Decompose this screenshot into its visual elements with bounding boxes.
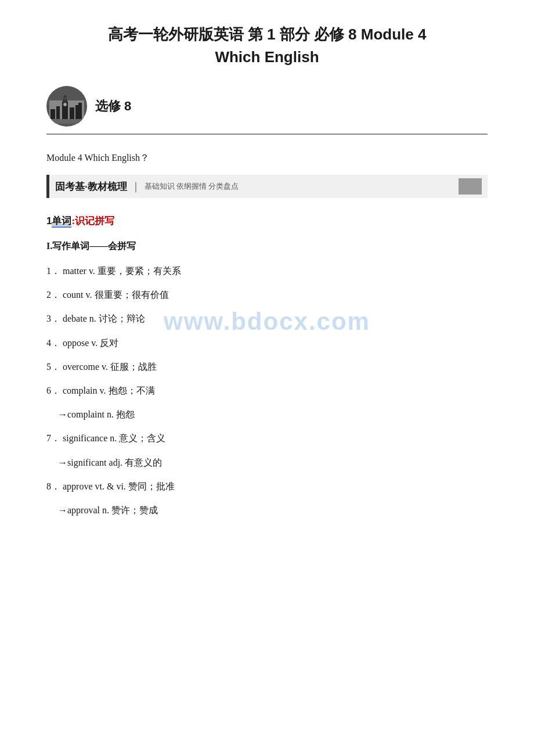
- vocab-meaning: 意义；含义: [119, 433, 165, 443]
- vocab-item: 5． overcome v. 征服；战胜: [46, 359, 488, 375]
- vocab-meaning: 抱怨；不满: [109, 386, 155, 395]
- vocab-list: 1． matter v. 重要，要紧；有关系2． count v. 很重要；很有…: [46, 263, 488, 518]
- vocab-section-label-rest: :识记拼写: [71, 215, 114, 226]
- vocab-meaning: 讨论；辩论: [99, 314, 145, 323]
- vocab-pos: vt. & vi.: [95, 481, 126, 491]
- page-container: 高考一轮外研版英语 第 1 部分 必修 8 Module 4 Which Eng…: [46, 23, 488, 518]
- vocab-word: debate: [63, 314, 87, 323]
- vocab-item: 4． oppose v. 反对: [46, 335, 488, 351]
- vocab-derivative: →approval n. 赞许；赞成: [58, 502, 488, 518]
- vocab-meaning: 很重要；很有价值: [95, 290, 169, 300]
- section-bar-box: [459, 178, 482, 195]
- header-divider: [46, 134, 488, 135]
- vocab-item: 7． significance n. 意义；含义: [46, 430, 488, 446]
- vocab-item: 6． complain v. 抱怨；不满: [46, 383, 488, 398]
- vocab-word: overcome: [63, 362, 99, 372]
- vocab-meaning: 反对: [100, 338, 118, 348]
- svg-point-8: [63, 103, 67, 106]
- vocab-derivative: →significant adj. 有意义的: [58, 455, 488, 470]
- writing-label: I.写作单词——会拼写: [46, 240, 488, 253]
- vocab-item: 3． debate n. 讨论；辩论: [46, 311, 488, 326]
- vocab-num: 8．: [46, 481, 60, 491]
- book-label: 选修 8: [95, 98, 131, 115]
- vocab-num: 5．: [46, 362, 60, 372]
- vocab-section-heading: 1单词:识记拼写: [46, 214, 488, 228]
- vocab-num: 6．: [46, 386, 60, 395]
- vocab-num: 1．: [46, 266, 60, 276]
- vocab-word: approve: [63, 481, 93, 491]
- vocab-num: 4．: [46, 338, 60, 348]
- vocab-num: 3．: [46, 314, 60, 323]
- module-subtitle: Module 4 Which English？: [46, 152, 488, 164]
- vocab-meaning: 征服；战胜: [110, 362, 157, 372]
- vocab-meaning: 重要，要紧；有关系: [98, 266, 181, 276]
- section-bar-subtitle: 基础知识 依纲握情 分类盘点: [145, 181, 239, 192]
- vocab-section-label-bold: 单词: [52, 215, 71, 228]
- vocab-pos: v.: [91, 338, 98, 348]
- vocab-item: 2． count v. 很重要；很有价值: [46, 287, 488, 303]
- vocab-pos: v.: [86, 290, 92, 300]
- vocab-word: significance: [63, 433, 107, 443]
- vocab-word: count: [63, 290, 84, 300]
- vocab-item: 1． matter v. 重要，要紧；有关系: [46, 263, 488, 279]
- section-bar: 固考基·教材梳理 ｜ 基础知识 依纲握情 分类盘点: [46, 175, 488, 198]
- vocab-derivative: →complaint n. 抱怨: [58, 406, 488, 422]
- svg-rect-6: [63, 97, 67, 100]
- vocab-num: 7．: [46, 433, 60, 443]
- vocab-word: complain: [63, 386, 98, 395]
- vocab-meaning: 赞同；批准: [128, 481, 175, 491]
- book-header: 选修 8: [46, 86, 488, 129]
- page-title: 高考一轮外研版英语 第 1 部分 必修 8 Module 4 Which Eng…: [46, 23, 488, 69]
- section-bar-title: 固考基·教材梳理: [55, 180, 127, 193]
- vocab-pos: v.: [100, 386, 106, 395]
- svg-rect-12: [49, 119, 84, 124]
- vocab-item: 8． approve vt. & vi. 赞同；批准: [46, 478, 488, 494]
- vocab-word: oppose: [63, 338, 89, 348]
- vocab-num: 2．: [46, 290, 60, 300]
- vocab-word: matter: [63, 266, 86, 276]
- vocab-pos: n.: [110, 433, 117, 443]
- vocab-pos: v.: [102, 362, 108, 372]
- vocab-pos: v.: [89, 266, 95, 276]
- vocab-pos: n.: [89, 314, 96, 323]
- book-image: [46, 86, 87, 127]
- section-bar-divider: ｜: [131, 179, 141, 193]
